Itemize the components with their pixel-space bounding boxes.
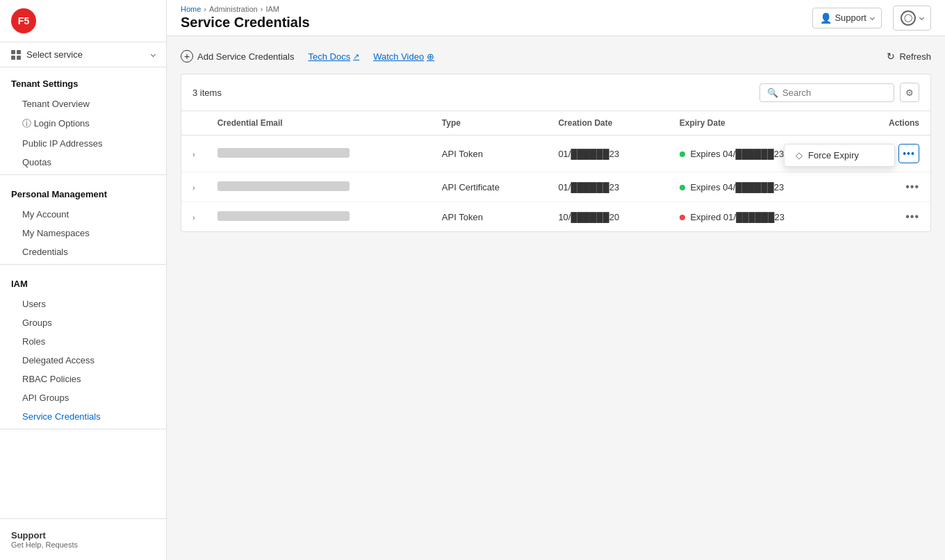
page-title: Service Credentials — [181, 15, 310, 31]
actions-menu-button[interactable]: ••• — [898, 144, 919, 163]
content-area: + Add Service Credentials Tech Docs ↗ Wa… — [167, 36, 945, 560]
iam-title: IAM — [0, 267, 166, 295]
col-credential-email: Credential Email — [206, 111, 431, 135]
expiry-date: Expired 01/██████23 — [668, 202, 854, 232]
row-expand-icon[interactable]: › — [192, 150, 195, 158]
settings-icon[interactable]: ⚙ — [900, 83, 919, 102]
sidebar-item-service-credentials[interactable]: Service Credentials — [0, 407, 166, 426]
creation-date: 10/██████20 — [547, 202, 668, 232]
breadcrumb-administration: Administration — [209, 5, 258, 13]
support-section[interactable]: Support Get Help, Requests — [0, 518, 166, 560]
credential-type: API Certificate — [431, 172, 548, 202]
sidebar-item-delegated-access[interactable]: Delegated Access — [0, 351, 166, 370]
tech-docs-label: Tech Docs — [308, 51, 350, 62]
items-count: 3 items — [192, 88, 222, 98]
watch-video-button[interactable]: Watch Video ⊕ — [373, 51, 434, 62]
support-icon: 👤 — [820, 13, 832, 24]
col-type: Type — [431, 111, 548, 135]
credential-type: API Token — [431, 135, 548, 172]
row-expand-icon[interactable]: › — [192, 213, 195, 222]
breadcrumb-home[interactable]: Home — [181, 5, 201, 13]
table-row: › API Certificate 01/██████23 Expires 04… — [181, 172, 930, 202]
add-label: Add Service Credentials — [197, 51, 294, 62]
info-icon: ⓘ — [22, 118, 31, 129]
user-button[interactable]: ◯ — [893, 6, 931, 31]
expiry-date: Expires 04/██████23 — [668, 172, 854, 202]
col-actions: Actions — [853, 111, 930, 135]
tenant-settings-title: Tenant Settings — [0, 67, 166, 94]
force-expiry-item[interactable]: ◇ Force Expiry — [784, 145, 894, 166]
more-actions-button[interactable]: ••• — [905, 211, 919, 223]
more-actions-button[interactable]: ••• — [905, 181, 919, 193]
breadcrumb-current: IAM — [265, 5, 279, 13]
user-icon: ◯ — [904, 13, 912, 22]
expiry-status-dot — [680, 151, 685, 157]
support-title: Support — [11, 530, 155, 541]
sidebar-item-roles[interactable]: Roles — [0, 332, 166, 351]
refresh-button[interactable]: ↻ Refresh — [887, 51, 931, 62]
logo-area: F5 — [0, 0, 166, 42]
action-bar: + Add Service Credentials Tech Docs ↗ Wa… — [181, 50, 931, 63]
sidebar-item-rbac-policies[interactable]: RBAC Policies — [0, 370, 166, 388]
refresh-label: Refresh — [899, 51, 931, 62]
sidebar-item-public-ip[interactable]: Public IP Addresses — [0, 134, 166, 153]
expiry-label: Expires 04/██████23 — [690, 182, 784, 192]
play-icon: ⊕ — [427, 51, 434, 62]
sidebar-item-login-options[interactable]: ⓘ Login Options — [0, 113, 166, 134]
credentials-table: Credential Email Type Creation Date Expi… — [181, 111, 930, 231]
personal-management-title: Personal Management — [0, 178, 166, 205]
credential-email-blurred — [217, 181, 350, 191]
search-input[interactable] — [782, 88, 887, 98]
support-label: Support — [835, 13, 866, 23]
select-service-label: Select service — [26, 49, 83, 60]
col-creation-date: Creation Date — [547, 111, 668, 135]
add-service-credentials-button[interactable]: + Add Service Credentials — [181, 50, 294, 63]
support-subtitle: Get Help, Requests — [11, 541, 155, 549]
select-service-dropdown[interactable]: Select service — [0, 42, 166, 67]
force-expiry-label: Force Expiry — [808, 150, 859, 160]
credentials-table-container: 3 items 🔍 ⚙ Credential Email Type Creati — [181, 74, 931, 232]
sidebar-item-quotas[interactable]: Quotas — [0, 153, 166, 172]
diamond-icon: ◇ — [796, 150, 803, 160]
sidebar-item-my-account[interactable]: My Account — [0, 205, 166, 224]
expiry-label: Expires 04/██████23 — [690, 149, 784, 159]
top-nav: Home › Administration › IAM Service Cred… — [167, 0, 945, 36]
table-row: › API Token 01/██████23 Expires 04/█████… — [181, 135, 930, 172]
personal-management-section: Personal Management My Account My Namesp… — [0, 178, 166, 261]
user-chevron-icon — [919, 15, 924, 20]
expiry-status-dot — [680, 215, 685, 220]
creation-date: 01/██████23 — [547, 172, 668, 202]
support-button[interactable]: 👤 Support — [812, 8, 882, 28]
credential-email-blurred — [217, 148, 350, 158]
watch-video-label: Watch Video — [373, 51, 424, 62]
breadcrumb: Home › Administration › IAM — [181, 5, 310, 13]
iam-section: IAM Users Groups Roles Delegated Access … — [0, 267, 166, 426]
search-box[interactable]: 🔍 — [759, 83, 894, 102]
user-avatar: ◯ — [901, 10, 916, 26]
row-expand-icon[interactable]: › — [192, 183, 195, 192]
col-expand — [181, 111, 206, 135]
col-expiry-date: Expiry Date — [668, 111, 854, 135]
sidebar-item-credentials[interactable]: Credentials — [0, 242, 166, 261]
credential-email-blurred — [217, 211, 350, 221]
sidebar-item-tenant-overview[interactable]: Tenant Overview — [0, 94, 166, 113]
plus-icon: + — [181, 50, 193, 63]
table-header-bar: 3 items 🔍 ⚙ — [181, 74, 930, 111]
sidebar-item-my-namespaces[interactable]: My Namespaces — [0, 224, 166, 242]
support-chevron-icon — [870, 15, 875, 20]
main-content: Home › Administration › IAM Service Cred… — [167, 0, 945, 560]
expiry-status-dot — [680, 185, 685, 190]
sidebar-item-users[interactable]: Users — [0, 295, 166, 313]
tech-docs-button[interactable]: Tech Docs ↗ — [308, 51, 359, 62]
sidebar: F5 Select service Tenant Settings Tenant… — [0, 0, 167, 560]
sidebar-item-groups[interactable]: Groups — [0, 313, 166, 332]
breadcrumb-sep1: › — [204, 5, 206, 13]
expiry-label: Expired 01/██████23 — [690, 212, 784, 222]
tenant-settings-section: Tenant Settings Tenant Overview ⓘ Login … — [0, 67, 166, 172]
refresh-icon: ↻ — [887, 51, 895, 62]
credential-type: API Token — [431, 202, 548, 232]
external-link-icon: ↗ — [353, 52, 359, 61]
breadcrumb-sep2: › — [261, 5, 263, 13]
sidebar-item-api-groups[interactable]: API Groups — [0, 388, 166, 407]
f5-logo: F5 — [11, 8, 36, 33]
